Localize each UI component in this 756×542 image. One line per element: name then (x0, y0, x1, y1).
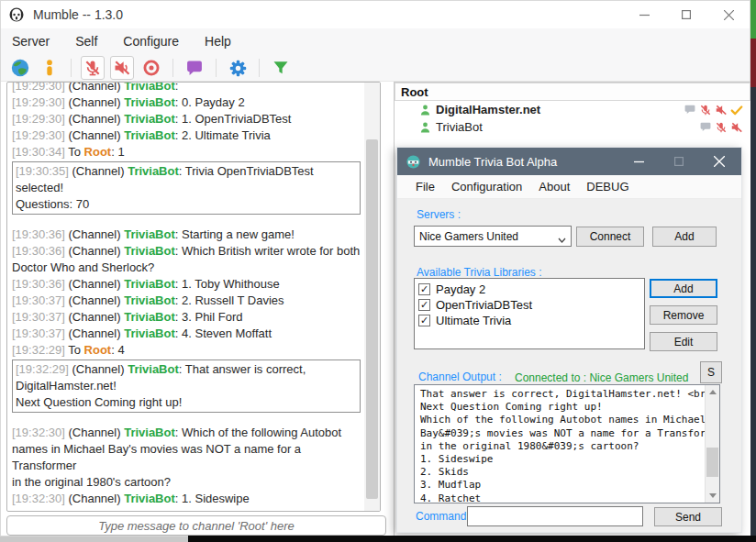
menu-file[interactable]: File (416, 180, 435, 194)
chevron-down-icon (558, 234, 565, 241)
edit-library-button[interactable]: Edit (650, 332, 717, 351)
library-item[interactable]: ✓Payday 2 (418, 282, 644, 297)
chat-message: [19:32:30] (Channel) TriviaBot: Which of… (12, 425, 362, 491)
library-checkbox[interactable]: ✓ (418, 315, 430, 326)
channel-root-label: Root (401, 85, 428, 99)
mute-mic-icon (699, 104, 712, 116)
output-scrollbar[interactable] (705, 385, 719, 503)
channel-root[interactable]: Root (395, 83, 750, 101)
mumble-menubar: ServerSelfConfigureHelp (1, 28, 750, 54)
chat-message: [19:30:37] (Channel) TriviaBot: 3. Phil … (12, 309, 362, 326)
trivia-menubar: FileConfigurationAboutDEBUG (397, 175, 741, 199)
output-scrollbar-thumb[interactable] (706, 448, 718, 477)
chat-message: [19:32:31] (Channel) TriviaBot: 2. Skids (12, 507, 362, 511)
libraries-label: Available Trivia Libraries : (417, 266, 542, 279)
toolbar-separator (172, 59, 173, 77)
chat-scrollbar[interactable] (364, 83, 380, 511)
desktop-edge (750, 0, 756, 39)
window-controls (623, 1, 750, 28)
menu-debug[interactable]: DEBUG (586, 180, 628, 194)
mute-speaker-icon (715, 104, 728, 116)
filter-button[interactable] (269, 56, 293, 80)
muted-speaker-icon (113, 59, 131, 77)
chat-message: [19:30:34] To Root: 1 (12, 144, 362, 160)
chat-scrollbar-thumb[interactable] (366, 139, 378, 499)
minimize-button[interactable] (623, 1, 665, 28)
library-list[interactable]: ✓Payday 2✓OpenTriviaDBTest✓Ultimate Triv… (414, 278, 645, 349)
user-icon (419, 104, 431, 116)
library-name: Payday 2 (436, 282, 485, 296)
mumble-chrome: ServerSelfConfigureHelp (1, 28, 750, 82)
message-icon (684, 104, 696, 116)
scroll-down-icon[interactable] (706, 489, 719, 503)
scroll-up-icon[interactable] (706, 385, 719, 399)
server-select[interactable]: Nice Gamers United (414, 226, 572, 247)
info-icon (40, 59, 59, 77)
filter-icon (272, 59, 290, 77)
connect-button[interactable]: Connect (576, 227, 644, 247)
trivia-app-icon (406, 154, 421, 170)
user-icon (419, 121, 431, 134)
mumble-logo-icon (8, 6, 25, 23)
information-button[interactable] (38, 56, 61, 80)
menu-self[interactable]: Self (75, 34, 97, 49)
chat-message: [19:30:36] (Channel) TriviaBot: Starting… (12, 227, 362, 243)
add-server-button[interactable]: Add (652, 227, 717, 247)
tree-user-row[interactable]: DigitalHamster.net (395, 101, 750, 118)
library-item[interactable]: ✓Ultimate Trivia (418, 313, 644, 328)
trivia-close-button[interactable] (699, 148, 739, 175)
mute-mic-icon (715, 121, 728, 134)
desktop-edge (750, 87, 756, 542)
mute-self-button[interactable] (81, 56, 105, 80)
gear-icon (228, 59, 248, 78)
channel-output-text: That answer is correct, DigitalHamster.n… (415, 385, 705, 503)
command-input[interactable] (467, 506, 643, 526)
comment-icon (185, 59, 204, 77)
chat-message: [19:30:35] (Channel) TriviaBot: Trivia O… (12, 161, 361, 215)
channel-output-label: Channel Output : (418, 371, 502, 383)
mumble-toolbar (1, 54, 750, 82)
trivia-minimize-button[interactable] (618, 148, 659, 175)
s-button[interactable]: S (700, 361, 722, 383)
library-name: Ultimate Trivia (436, 314, 511, 327)
settings-button[interactable] (226, 56, 250, 80)
chat-message: [19:29:30] (Channel) TriviaBot: (12, 83, 362, 94)
globe-icon (10, 58, 30, 78)
library-checkbox[interactable]: ✓ (418, 299, 430, 311)
menu-server[interactable]: Server (12, 34, 50, 49)
trivia-maximize-button[interactable] (659, 148, 699, 175)
connection-status: Connected to : Nice Gamers United (515, 371, 688, 384)
record-button[interactable] (139, 56, 163, 80)
menu-help[interactable]: Help (205, 34, 231, 49)
library-item[interactable]: ✓OpenTriviaDBTest (418, 297, 644, 313)
send-button[interactable]: Send (654, 507, 722, 526)
desktop-edge (750, 39, 756, 87)
menu-configure[interactable]: Configure (123, 34, 179, 49)
trivia-window: Mumble Trivia Bot Alpha FileConfiguratio… (396, 147, 742, 533)
add-library-button[interactable]: Add (650, 279, 717, 298)
chat-message-input[interactable]: Type message to channel 'Root' here (6, 515, 386, 536)
channel-output-box[interactable]: That answer is correct, DigitalHamster.n… (414, 384, 720, 503)
remove-library-button[interactable]: Remove (650, 305, 717, 325)
chat-message: [19:32:29] (Channel) TriviaBot: That ans… (12, 359, 361, 413)
trivia-window-title: Mumble Trivia Bot Alpha (428, 155, 557, 169)
library-checkbox[interactable]: ✓ (418, 283, 430, 295)
trivia-window-controls (618, 148, 739, 175)
menu-about[interactable]: About (539, 180, 570, 194)
chat-message: [19:29:30] (Channel) TriviaBot: 0. Payda… (12, 94, 362, 111)
trivia-titlebar[interactable]: Mumble Trivia Bot Alpha (397, 148, 741, 175)
window-title: Mumble -- 1.3.0 (33, 7, 123, 22)
servers-label: Servers : (417, 208, 461, 221)
connect-server-button[interactable] (8, 56, 32, 80)
tree-user-row[interactable]: TriviaBot (395, 118, 750, 136)
mute-speaker-icon (730, 121, 743, 134)
screen: Mumble -- 1.3.0 ServerSelfConfigureHelp (0, 0, 756, 542)
close-button[interactable] (707, 1, 750, 28)
menu-configuration[interactable]: Configuration (451, 180, 522, 194)
comment-button[interactable] (183, 56, 206, 80)
record-icon (142, 59, 161, 77)
mumble-titlebar[interactable]: Mumble -- 1.3.0 (1, 1, 750, 28)
deafen-self-button[interactable] (110, 56, 134, 80)
maximize-button[interactable] (665, 1, 707, 28)
desktop-edge (188, 536, 756, 542)
